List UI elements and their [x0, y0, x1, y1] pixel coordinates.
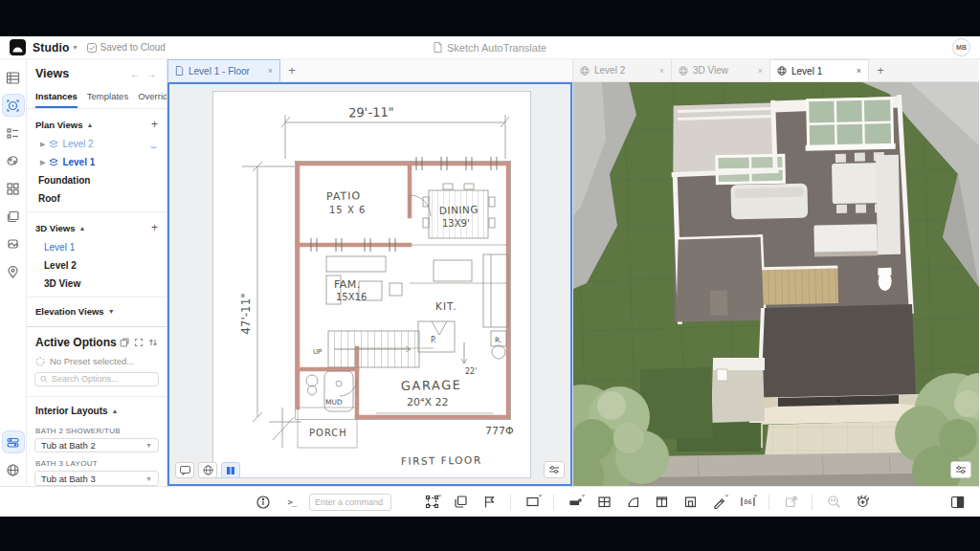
roof-tool-icon[interactable]: [621, 491, 644, 514]
3d-globe-icon: [679, 66, 688, 76]
search-zoom-icon[interactable]: [822, 491, 845, 514]
components-grid-icon[interactable]: [3, 178, 24, 199]
tab-instances[interactable]: Instances: [35, 88, 78, 108]
info-icon[interactable]: [252, 491, 275, 514]
chevron-right-icon[interactable]: ▶: [40, 159, 45, 166]
bath2-label: BATH 2 SHOWER/TUB: [27, 420, 167, 438]
svg-text:P.: P.: [431, 336, 436, 344]
view-settings-button[interactable]: [544, 461, 565, 478]
app-name[interactable]: Studio: [33, 41, 70, 55]
elevation-views-header[interactable]: Elevation Views▼: [27, 298, 167, 320]
popout-icon[interactable]: [120, 338, 129, 347]
plan-canvas[interactable]: 29'-11" 47'-11": [167, 82, 572, 486]
globe-icon[interactable]: [3, 459, 24, 480]
right-tab-bar: Level 2 × 3D View × Level 1 × +: [573, 59, 979, 82]
avatar[interactable]: MB: [952, 38, 970, 56]
floor-tool-icon[interactable]: [592, 491, 615, 514]
sketch-paper: 29'-11" 47'-11": [212, 91, 531, 478]
tab-level2[interactable]: Level 2 ×: [573, 59, 672, 81]
globe-icon[interactable]: [198, 462, 217, 478]
add-tab-button[interactable]: +: [280, 59, 303, 81]
plan-views-header[interactable]: Plan Views▲ +: [27, 109, 167, 135]
top-bar: Studio ▾ Saved to Cloud Sketch AutoTrans…: [0, 36, 980, 59]
layers-stack-icon[interactable]: [3, 206, 24, 227]
svg-text:FAM.: FAM.: [334, 278, 361, 291]
chevron-down-icon: ▼: [145, 475, 152, 482]
rectangle-tool-icon[interactable]: [521, 491, 544, 514]
options-search[interactable]: [34, 372, 159, 386]
expand-icon[interactable]: [134, 338, 144, 347]
bath2-select[interactable]: Tub at Bath 2 ▼: [34, 438, 159, 453]
tab-3d-view[interactable]: 3D View ×: [672, 59, 770, 81]
views-sidebar: Views ← → Instances Templates Overrides …: [27, 59, 167, 486]
render-settings-icon[interactable]: [851, 491, 874, 514]
close-icon[interactable]: ×: [268, 66, 273, 76]
location-pin-icon[interactable]: [3, 261, 24, 282]
add-plan-view-button[interactable]: +: [151, 118, 158, 131]
views-target-icon[interactable]: [3, 95, 24, 116]
transform-tool-icon[interactable]: [420, 491, 443, 514]
window-tool-icon[interactable]: [650, 491, 673, 514]
left-icon-rail: [0, 59, 27, 486]
sync-spinner-icon: [149, 140, 158, 148]
view-settings-button[interactable]: [950, 461, 971, 478]
plan-view-level2[interactable]: ▶ Level 2: [27, 135, 167, 153]
no-preset-row[interactable]: No Preset selected...: [27, 353, 167, 369]
svg-text:15 X 6: 15 X 6: [329, 205, 366, 215]
3d-views-header[interactable]: 3D Views▲ +: [27, 212, 167, 238]
comment-icon[interactable]: [175, 462, 194, 478]
3d-view-3dview[interactable]: 3D View: [27, 275, 167, 293]
layers-table-icon[interactable]: [3, 67, 24, 88]
interior-layouts-header[interactable]: Interior Layouts▲: [27, 397, 167, 420]
chevron-down-icon[interactable]: ▾: [74, 43, 78, 52]
sidebar-title: Views: [35, 67, 69, 80]
search-icon: [40, 375, 48, 384]
door-tool-icon[interactable]: [679, 491, 702, 514]
flag-tool-icon[interactable]: [478, 491, 501, 514]
close-icon[interactable]: ×: [758, 66, 763, 76]
svg-text:R.: R.: [495, 336, 501, 344]
close-icon[interactable]: ×: [659, 66, 664, 76]
tab-level1-3d[interactable]: Level 1 ×: [770, 59, 869, 81]
active-options-header: Active Options: [27, 327, 167, 353]
terminal-icon[interactable]: >_: [280, 491, 303, 514]
wall-tool-icon[interactable]: [564, 491, 587, 514]
options-toggles-icon[interactable]: [3, 431, 24, 452]
3d-view-level2[interactable]: Level 2: [27, 256, 167, 275]
dim-top-label: 29'-11": [348, 105, 394, 121]
bath3-select[interactable]: Tub at Bath 3 ▼: [34, 471, 159, 486]
studio-logo-icon[interactable]: [10, 39, 26, 55]
split-view-toggle[interactable]: [221, 462, 240, 478]
history-nav-arrows[interactable]: ← →: [130, 69, 158, 79]
dimension-tool-icon[interactable]: 86: [736, 491, 759, 514]
export-icon[interactable]: [779, 491, 802, 514]
render-stack-icon[interactable]: [3, 233, 24, 254]
render-viewport[interactable]: [573, 82, 979, 486]
tab-level1-floor[interactable]: Level 1 - Floor ×: [167, 59, 280, 81]
checklist-icon[interactable]: [3, 122, 24, 143]
plan-view-level1[interactable]: ▶ Level 1: [27, 153, 167, 171]
search-options-input[interactable]: [52, 374, 153, 384]
tab-overrides[interactable]: Overrides: [138, 88, 167, 108]
close-icon[interactable]: ×: [857, 66, 861, 76]
add-3d-view-button[interactable]: +: [151, 221, 158, 234]
add-tab-button[interactable]: +: [869, 59, 892, 81]
pen-tool-icon[interactable]: [707, 491, 730, 514]
panel-toggle-icon[interactable]: [946, 491, 969, 514]
sidebar-tabs: Instances Templates Overrides: [27, 86, 167, 109]
sort-icon[interactable]: [148, 338, 158, 347]
materials-icon[interactable]: [3, 150, 24, 171]
svg-text:MUD: MUD: [325, 398, 343, 407]
tab-templates[interactable]: Templates: [87, 88, 128, 108]
canvas-corner-tools: [175, 462, 240, 478]
command-input[interactable]: [315, 497, 386, 507]
chevron-right-icon[interactable]: ▶: [40, 141, 45, 148]
command-input-box[interactable]: [309, 494, 391, 511]
svg-text:PATIO: PATIO: [326, 189, 361, 203]
3d-view-level1[interactable]: Level 1: [27, 238, 167, 256]
plan-view-foundation[interactable]: Foundation: [27, 171, 167, 189]
plan-view-roof[interactable]: Roof: [27, 189, 167, 208]
plan-canvas-panel: Level 1 - Floor × +: [167, 59, 573, 486]
duplicate-tool-icon[interactable]: [449, 491, 472, 514]
3d-globe-icon: [580, 66, 590, 76]
